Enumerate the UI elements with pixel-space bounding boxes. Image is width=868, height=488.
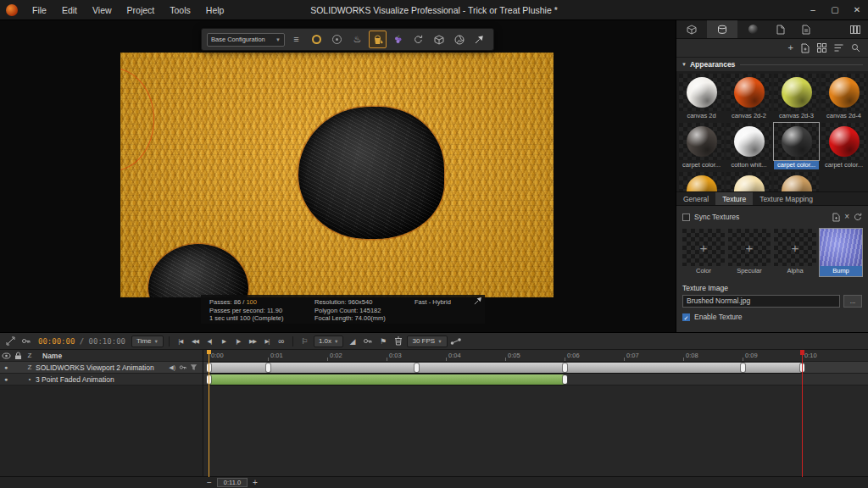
appearance-item[interactable] (774, 172, 819, 191)
select-icon[interactable] (4, 335, 17, 347)
track-lane-faded-animation[interactable] (203, 374, 868, 385)
rewind-button[interactable]: ◀◀ (189, 336, 201, 347)
loop-button[interactable]: ∞ (275, 336, 287, 347)
animation-bar[interactable] (209, 374, 565, 385)
minimize-button[interactable]: – (802, 0, 824, 20)
appearance-item[interactable]: canvas 2d-3 (774, 74, 819, 120)
sync-textures-checkbox[interactable] (682, 214, 690, 221)
enable-texture-checkbox[interactable]: ✓ (682, 313, 690, 321)
add-file-icon[interactable] (801, 43, 810, 53)
appearances-tab-icon[interactable] (707, 20, 737, 38)
texture-slot-alpha[interactable]: + Alpha (774, 229, 816, 276)
tab-texture-mapping[interactable]: Texture Mapping (753, 192, 820, 205)
import-tab-icon[interactable] (768, 20, 793, 38)
pin-icon[interactable] (470, 30, 488, 48)
curve-icon[interactable] (450, 335, 463, 347)
tab-texture[interactable]: Texture (715, 192, 753, 205)
texture-slot-specular[interactable]: + Specular (728, 229, 771, 276)
add-icon[interactable]: + (788, 43, 793, 53)
appearance-item[interactable]: cotton whit... (726, 123, 771, 169)
z-order-icon[interactable]: Z (24, 352, 36, 359)
keyframe[interactable] (266, 363, 270, 372)
filter-icon[interactable] (190, 363, 198, 371)
tab-general[interactable]: General (676, 192, 715, 205)
track-header-viewport-animation[interactable]: ● Z SOLIDWORKS Viewport 2 Animation ◀) (0, 362, 203, 374)
playhead[interactable] (209, 350, 209, 477)
browse-button[interactable]: ... (843, 295, 862, 308)
add-file-icon[interactable] (832, 213, 840, 222)
keyframe[interactable] (563, 363, 567, 372)
gimbal-icon[interactable] (328, 30, 346, 48)
animation-bar[interactable] (209, 363, 802, 373)
zoom-value-field[interactable]: 0:11.0 (217, 478, 248, 487)
texture-slot-bump[interactable]: Bump (820, 229, 862, 276)
skip-end-button[interactable]: ▶| (261, 336, 273, 347)
search-icon[interactable] (851, 43, 860, 53)
steam-icon[interactable]: ♨ (348, 30, 366, 48)
ramp-icon[interactable]: ◢ (346, 335, 359, 347)
models-tab-icon[interactable] (676, 20, 707, 38)
step-back-button[interactable]: ◀| (203, 336, 215, 347)
menu-help[interactable]: Help (198, 0, 232, 20)
key-icon[interactable] (19, 335, 32, 347)
menu-view[interactable]: View (85, 0, 120, 20)
list-view-icon[interactable] (834, 44, 843, 52)
track-header-faded-animation[interactable]: ● • 3 Point Faded Animation (0, 374, 203, 385)
remove-icon[interactable]: × (844, 213, 849, 221)
appearance-item[interactable]: carpet color... (821, 123, 866, 169)
keyframe[interactable] (563, 375, 567, 384)
speed-dropdown[interactable]: 1.0x▼ (314, 336, 344, 347)
appearance-item[interactable]: carpet color... (679, 123, 724, 169)
pennant-icon[interactable]: ⚐ (298, 335, 311, 347)
menu-edit[interactable]: Edit (54, 0, 85, 20)
timeline-ruler[interactable]: 0:000:010:020:030:040:050:060:070:080:09… (203, 350, 868, 362)
library-tab-icon[interactable] (793, 20, 819, 38)
stats-pin-icon[interactable] (474, 297, 482, 305)
play-button[interactable]: ▶ (218, 336, 230, 347)
aperture-icon[interactable] (450, 30, 468, 48)
sun-icon[interactable] (308, 30, 326, 48)
track-visibility-dot[interactable]: ● (0, 364, 12, 370)
time-mode-dropdown[interactable]: Time▼ (131, 336, 164, 347)
maximize-button[interactable]: ▢ (824, 0, 846, 20)
appearance-item[interactable] (679, 172, 724, 191)
close-button[interactable]: ✕ (846, 0, 868, 20)
configuration-dropdown[interactable]: Base Configuration▼ (207, 33, 285, 47)
render-viewport[interactable]: Base Configuration▼ ≡ ♨ Passes: 86 / (0, 20, 676, 332)
zoom-out-button[interactable]: − (205, 478, 214, 487)
paint-bucket-icon[interactable] (369, 30, 387, 48)
step-forward-button[interactable]: |▶ (232, 336, 244, 347)
texture-slot-color[interactable]: + Color (682, 229, 725, 276)
eye-icon[interactable] (0, 352, 12, 359)
menu-file[interactable]: File (25, 0, 54, 20)
track-visibility-dot[interactable]: ● (0, 376, 12, 382)
appearance-item-selected[interactable]: carpet color... (774, 123, 819, 169)
tracks-area[interactable]: 0:000:010:020:030:040:050:060:070:080:09… (203, 350, 868, 477)
menu-tools[interactable]: Tools (162, 0, 198, 20)
keyframe[interactable] (415, 363, 419, 372)
menu-project[interactable]: Project (120, 0, 163, 20)
lock-icon[interactable] (12, 352, 24, 360)
fps-dropdown[interactable]: 30 FPS▼ (407, 336, 447, 347)
environments-tab-icon[interactable] (737, 20, 768, 38)
appearance-item[interactable] (726, 172, 771, 191)
key-icon[interactable] (179, 363, 186, 371)
skip-start-button[interactable]: |◀ (175, 336, 186, 347)
grid-view-icon[interactable] (817, 43, 826, 53)
menu-toggle-icon[interactable]: ≡ (287, 30, 305, 48)
audio-icon[interactable]: ◀) (169, 364, 175, 371)
appearance-item[interactable]: canvas 2d-4 (821, 74, 866, 120)
fast-forward-button[interactable]: ▶▶ (247, 336, 259, 347)
keyframe[interactable] (741, 363, 745, 372)
columns-toggle-icon[interactable] (843, 20, 868, 38)
refresh-icon[interactable] (854, 213, 862, 221)
refresh-icon[interactable] (409, 30, 427, 48)
appearance-item[interactable]: canvas 2d-2 (726, 74, 771, 120)
flag-icon[interactable]: ⚑ (376, 335, 389, 347)
package-icon[interactable] (430, 30, 448, 48)
keyframe-icon[interactable] (361, 335, 374, 347)
appearances-section-header[interactable]: ▼ Appearances (676, 58, 868, 71)
trash-icon[interactable] (392, 335, 404, 347)
appearance-item[interactable]: canvas 2d (679, 74, 724, 120)
texture-image-field[interactable]: Brushed Normal.jpg (682, 295, 840, 308)
